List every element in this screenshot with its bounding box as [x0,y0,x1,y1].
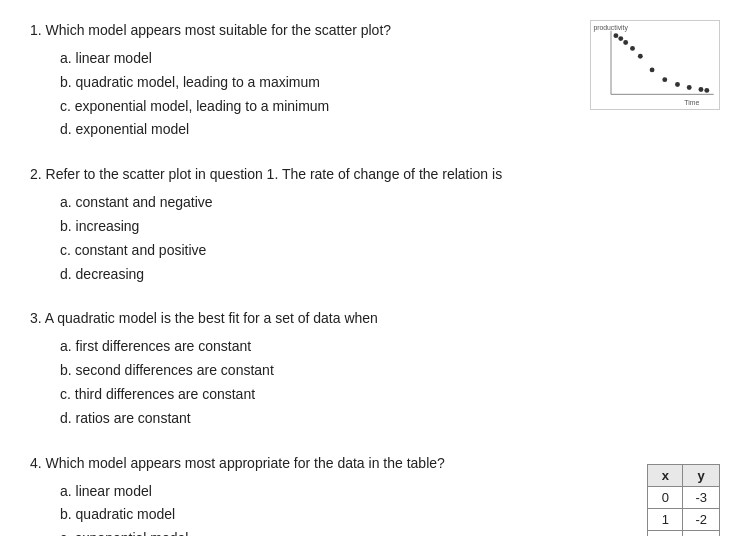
q2-number: 2. [30,166,42,182]
question-1: 1. Which model appears most suitable for… [30,20,720,142]
q3-body: A quadratic model is the best fit for a … [45,310,378,326]
table-cell: -2 [683,508,720,530]
q1-option-b: b. quadratic model, leading to a maximum [60,71,391,95]
question-4: 4. Which model appears most appropriate … [30,453,720,536]
q2-option-b: b. increasing [60,215,720,239]
svg-point-12 [687,85,692,90]
q3-option-b: b. second differences are constant [60,359,720,383]
q2-option-a: a. constant and negative [60,191,720,215]
q4-option-a: a. linear model [60,480,445,504]
table-row: 0-3 [648,486,720,508]
q1-option-a: a. linear model [60,47,391,71]
table-cell: 1 [683,530,720,536]
q2-option-c: c. constant and positive [60,239,720,263]
q3-number: 3. [30,310,42,326]
question-3: 3. A quadratic model is the best fit for… [30,308,720,430]
question-4-text: 4. Which model appears most appropriate … [30,453,445,474]
table-cell: -3 [683,486,720,508]
question-3-text: 3. A quadratic model is the best fit for… [30,308,720,329]
q3-option-a: a. first differences are constant [60,335,720,359]
table-cell: 0 [648,486,683,508]
svg-point-11 [675,82,680,87]
q3-option-d: d. ratios are constant [60,407,720,431]
svg-point-13 [699,87,704,92]
svg-text:productivity: productivity [593,24,628,32]
svg-point-4 [613,33,618,38]
q1-options: a. linear model b. quadratic model, lead… [60,47,391,142]
q1-number: 1. [30,22,42,38]
table-row: 21 [648,530,720,536]
table-header-x: x [648,464,683,486]
svg-text:Time: Time [684,99,699,106]
q4-body: Which model appears most appropriate for… [46,455,445,471]
q4-option-c: c. exponential model [60,527,445,536]
question-1-text: 1. Which model appears most suitable for… [30,20,391,41]
svg-point-10 [662,77,667,82]
question-2-text: 2. Refer to the scatter plot in question… [30,164,720,185]
q4-option-b: b. quadratic model [60,503,445,527]
q2-option-d: d. decreasing [60,263,720,287]
q1-option-d: d. exponential model [60,118,391,142]
table-row: 1-2 [648,508,720,530]
svg-point-8 [638,54,643,59]
table-cell: 2 [648,530,683,536]
q1-body: Which model appears most suitable for th… [46,22,392,38]
q2-body: Refer to the scatter plot in question 1.… [46,166,503,182]
svg-point-14 [704,88,709,93]
scatter-plot-thumbnail: productivity Time [590,20,720,110]
q1-option-c: c. exponential model, leading to a minim… [60,95,391,119]
q4-options: a. linear model b. quadratic model c. ex… [60,480,445,536]
svg-point-5 [618,36,623,41]
svg-point-9 [650,67,655,72]
q4-number: 4. [30,455,42,471]
q2-options: a. constant and negative b. increasing c… [60,191,720,286]
table-header-y: y [683,464,720,486]
svg-point-7 [630,46,635,51]
q3-option-c: c. third differences are constant [60,383,720,407]
question-2: 2. Refer to the scatter plot in question… [30,164,720,286]
q3-options: a. first differences are constant b. sec… [60,335,720,430]
svg-point-6 [623,40,628,45]
data-table: x y 0-31-22136 [647,464,720,536]
table-cell: 1 [648,508,683,530]
